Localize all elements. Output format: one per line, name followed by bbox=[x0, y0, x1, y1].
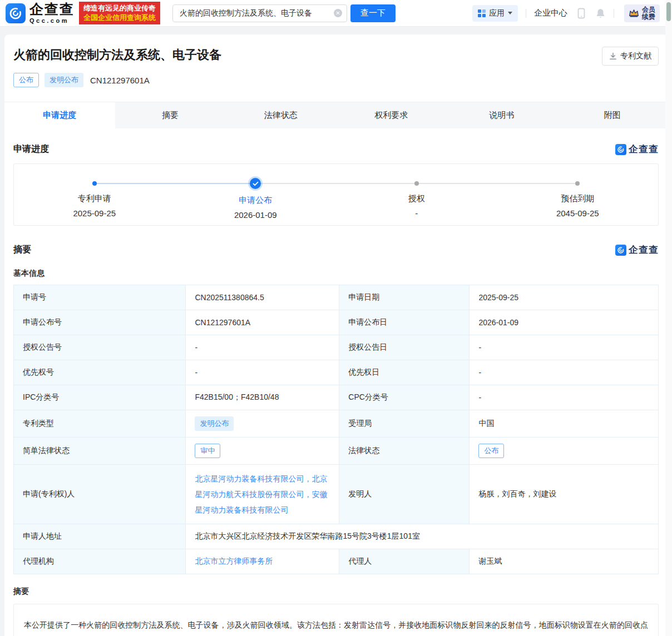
separator: ， bbox=[304, 474, 312, 483]
tab-figures[interactable]: 附图 bbox=[557, 102, 668, 128]
row-value: CN121297601A bbox=[186, 310, 339, 335]
row-value: 审中 bbox=[186, 438, 339, 465]
agency-link[interactable]: 北京市立方律师事务所 bbox=[195, 556, 273, 565]
row-value: - bbox=[470, 385, 659, 410]
patent-type-badge: 发明公布 bbox=[195, 416, 234, 431]
scrollbar-thumb[interactable] bbox=[666, 2, 671, 21]
row-value: CN202511380864.5 bbox=[186, 285, 339, 310]
apps-menu[interactable]: 应用 bbox=[472, 5, 518, 22]
divider bbox=[526, 9, 526, 18]
slogan-line1: 缔造有远见的商业传奇 bbox=[83, 4, 156, 13]
row-label: 授权公告日 bbox=[339, 335, 470, 360]
row-label: 简单法律状态 bbox=[14, 438, 186, 465]
table-row: 专利类型 发明公布 受理局 中国 bbox=[14, 410, 659, 438]
row-label: 申请(专利权)人 bbox=[14, 465, 186, 524]
separator: ， bbox=[304, 490, 312, 499]
main-content-card: 火箭的回收控制方法及系统、电子设备 专利文献 公布 发明公布 CN1212976… bbox=[4, 34, 668, 636]
row-label: CPC分类号 bbox=[339, 385, 470, 410]
tab-bar: 申请进度 摘要 法律状态 权利要求 说明书 附图 bbox=[4, 102, 668, 128]
agency-cell: 北京市立方律师事务所 bbox=[186, 549, 339, 574]
row-value: - bbox=[470, 360, 659, 385]
milestone-date: 2045-09-25 bbox=[497, 208, 659, 218]
qcc-watermark: 企查查 bbox=[615, 143, 659, 156]
applicant-link[interactable]: 北京星河动力装备科技有限公司 bbox=[195, 474, 304, 483]
search-button[interactable]: 查一下 bbox=[350, 4, 396, 22]
simple-legal-status-badge: 审中 bbox=[195, 444, 220, 458]
abstract-title: 摘要 bbox=[13, 587, 659, 597]
status-badge: 公布 bbox=[13, 73, 39, 87]
table-row: 简单法律状态 审中 法律状态 公布 bbox=[14, 438, 659, 465]
row-label: 申请日期 bbox=[339, 285, 470, 310]
legal-status-badge: 公布 bbox=[478, 444, 504, 458]
row-label: 申请人地址 bbox=[14, 524, 186, 549]
crown-icon bbox=[629, 8, 639, 18]
table-row: 授权公告号 - 授权公告日 - bbox=[14, 335, 659, 360]
qcc-watermark-icon bbox=[615, 245, 626, 256]
vip-label: 会员 续费 bbox=[642, 6, 655, 21]
milestone-grant: 授权 - bbox=[336, 164, 497, 218]
milestone-publication: 申请公布 2026-01-09 bbox=[175, 164, 337, 220]
download-icon bbox=[609, 52, 617, 60]
row-value: - bbox=[186, 360, 339, 385]
milestone-dot bbox=[92, 181, 97, 186]
patent-title-row: 火箭的回收控制方法及系统、电子设备 专利文献 bbox=[4, 34, 668, 66]
milestone-label: 预估到期 bbox=[497, 193, 659, 204]
search-input[interactable] bbox=[180, 9, 334, 18]
milestone-label: 授权 bbox=[336, 193, 497, 204]
row-label: 优先权日 bbox=[339, 360, 470, 385]
milestone-dot bbox=[414, 181, 419, 186]
qcc-spiral-icon bbox=[6, 3, 26, 23]
logo-slogan: 缔造有远见的商业传奇 全国企业信用查询系统 bbox=[79, 2, 160, 24]
clear-search-icon[interactable]: ✕ bbox=[334, 9, 342, 17]
logo-text: 企查查 Qcc.com bbox=[29, 2, 75, 24]
row-value: 杨朕，刘百奇，刘建设 bbox=[470, 465, 659, 524]
table-row: 申请号 CN202511380864.5 申请日期 2025-09-25 bbox=[14, 285, 659, 310]
mobile-app-icon[interactable] bbox=[576, 8, 586, 19]
row-value: 中国 bbox=[470, 410, 659, 438]
row-value: 2026-01-09 bbox=[470, 310, 659, 335]
tab-legal-status[interactable]: 法律状态 bbox=[225, 102, 336, 128]
progress-section-title: 申请进度 bbox=[13, 143, 49, 155]
scrollbar-track[interactable] bbox=[665, 0, 672, 636]
progress-timeline: 专利申请 2025-09-25 申请公布 2026-01-09 授权 - 预估到… bbox=[13, 163, 659, 226]
tab-description[interactable]: 说明书 bbox=[447, 102, 557, 128]
summary-section-title: 摘要 bbox=[13, 244, 31, 256]
row-value: F42B15/00；F42B10/48 bbox=[186, 385, 339, 410]
apps-label: 应用 bbox=[489, 8, 505, 18]
download-button-label: 专利文献 bbox=[620, 51, 651, 61]
enterprise-center-link[interactable]: 企业中心 bbox=[534, 8, 567, 18]
qcc-logo[interactable]: 企查查 Qcc.com 缔造有远见的商业传奇 全国企业信用查询系统 bbox=[6, 2, 160, 24]
header-nav: 应用 企业中心 会员 续费 bbox=[472, 4, 660, 22]
milestone-dot bbox=[575, 181, 580, 186]
row-label: 申请公布号 bbox=[14, 310, 186, 335]
row-label: 申请号 bbox=[14, 285, 186, 310]
row-label: 法律状态 bbox=[339, 438, 470, 465]
notifications-bell-icon[interactable] bbox=[595, 8, 606, 19]
abstract-text: 本公开提供了一种火箭的回收控制方法及系统、电子设备，涉及火箭回收领域。该方法包括… bbox=[13, 604, 659, 636]
tab-claims[interactable]: 权利要求 bbox=[336, 102, 447, 128]
chevron-down-icon bbox=[508, 12, 512, 14]
top-header: 企查查 Qcc.com 缔造有远见的商业传奇 全国企业信用查询系统 ✕ 查一下 … bbox=[0, 0, 672, 27]
qcc-watermark: 企查查 bbox=[615, 244, 659, 256]
patent-document-button[interactable]: 专利文献 bbox=[602, 47, 659, 66]
row-label: 发明人 bbox=[339, 465, 470, 524]
qcc-watermark-icon bbox=[615, 144, 626, 155]
logo-name: 企查查 bbox=[29, 2, 75, 16]
basic-info-table: 申请号 CN202511380864.5 申请日期 2025-09-25 申请公… bbox=[13, 285, 659, 574]
vip-renew-button[interactable]: 会员 续费 bbox=[624, 4, 660, 22]
progress-section: 申请进度 企查查 专利申请 2025-09-25 bbox=[4, 143, 668, 226]
milestone-check-icon bbox=[250, 178, 261, 189]
milestone-filing: 专利申请 2025-09-25 bbox=[14, 164, 175, 218]
summary-section: 摘要 企查查 基本信息 申请号 CN202511380864.5 申请日期 bbox=[4, 244, 668, 636]
table-row: 优先权号 - 优先权日 - bbox=[14, 360, 659, 385]
table-row: 申请(专利权)人 北京星河动力装备科技有限公司，北京星河动力航天科技股份有限公司… bbox=[14, 465, 659, 524]
milestone-label: 专利申请 bbox=[14, 193, 175, 204]
tab-abstract[interactable]: 摘要 bbox=[115, 102, 226, 128]
row-value: 2025-09-25 bbox=[470, 285, 659, 310]
row-label: 优先权号 bbox=[14, 360, 186, 385]
tab-application-progress[interactable]: 申请进度 bbox=[4, 102, 115, 128]
table-row: IPC分类号 F42B15/00；F42B10/48 CPC分类号 - bbox=[14, 385, 659, 410]
milestone-date: - bbox=[336, 208, 497, 218]
type-badge: 发明公布 bbox=[45, 73, 83, 87]
table-row: 申请公布号 CN121297601A 申请公布日 2026-01-09 bbox=[14, 310, 659, 335]
